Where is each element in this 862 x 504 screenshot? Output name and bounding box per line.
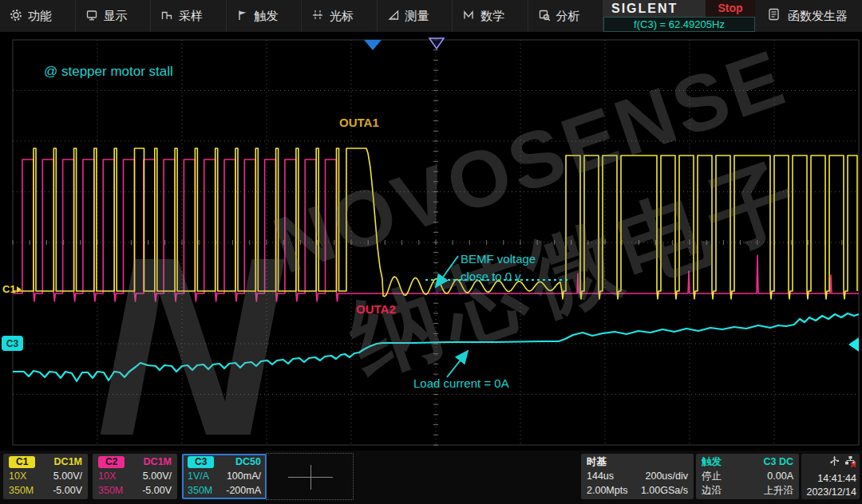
c3-offset: -200mA xyxy=(226,485,261,497)
c1-position-marker[interactable]: C1 xyxy=(2,283,22,295)
generator-icon xyxy=(768,8,780,24)
funcgen-label: 函数发生器 xyxy=(788,9,848,24)
trigger-box[interactable]: 触发C3 DC 停止0.00A 边沿上升沿 xyxy=(696,454,799,499)
c3-scale: 100mA/ xyxy=(227,471,261,482)
c3-badge: C3 xyxy=(188,456,214,468)
logo-panel: SIGLENT Stop f(C3) = 62.49205Hz xyxy=(603,0,755,32)
c2-badge: C2 xyxy=(98,456,125,468)
menu-label: 触发 xyxy=(255,9,279,24)
c2-scale: 5.00V/ xyxy=(143,471,172,482)
timebase-delay: 144us xyxy=(587,471,614,482)
c2-offset: -5.00V xyxy=(142,485,172,497)
menu-label: 显示 xyxy=(104,9,128,24)
menu-item-math[interactable]: 数学 xyxy=(453,0,528,32)
trigger-type: 边沿 xyxy=(702,485,722,497)
c2-bandwidth: 350M xyxy=(98,485,123,497)
menu-label: 采样 xyxy=(179,9,203,24)
menu-label: 光标 xyxy=(330,9,354,24)
menu-item-display[interactable]: 显示 xyxy=(76,0,152,32)
menu-item-acquire[interactable]: 采样 xyxy=(151,0,227,32)
c3-coupling: DC50 xyxy=(235,456,261,468)
c1-offset: -5.00V xyxy=(53,485,82,497)
c1-probe: 10X xyxy=(9,471,26,482)
screen-thumbnail xyxy=(266,453,354,500)
channel-box-c1[interactable]: C1DC1M 10X5.00V/ 350M-5.00V xyxy=(3,454,88,499)
delay-position-marker xyxy=(429,38,444,49)
scope-canvas: NNOVOSENSE纳芯微电子 xyxy=(0,32,862,451)
timebase-label: 时基 xyxy=(587,456,607,468)
cursor-icon xyxy=(311,9,324,24)
function-generator-button[interactable]: 函数发生器 xyxy=(755,0,862,32)
menu-label: 测量 xyxy=(405,9,429,24)
usb-icon xyxy=(829,455,840,470)
trigger-level: 0.00A xyxy=(767,471,793,482)
menu-item-measure[interactable]: 测量 xyxy=(378,0,453,32)
status-bar: C1DC1M 10X5.00V/ 350M-5.00V C2DC1M 10X5.… xyxy=(0,451,862,504)
svg-text:N: N xyxy=(96,203,287,451)
c1-badge: C1 xyxy=(9,456,35,468)
c2-probe: 10X xyxy=(98,471,116,482)
channel-box-c3[interactable]: C3DC50 1V/A100mA/ 350M-200mA xyxy=(182,454,267,499)
c1-coupling: DC1M xyxy=(54,456,82,468)
timebase-points: 2.00Mpts xyxy=(587,485,627,497)
menu-item-trigger[interactable]: 触发 xyxy=(227,0,302,32)
trigger-slope: 上升沿 xyxy=(764,485,794,497)
timebase-box[interactable]: 时基 144us200us/div 2.00Mpts1.00GSa/s xyxy=(581,454,694,499)
c3-position-marker[interactable]: C3 xyxy=(2,336,23,351)
trigger-level-marker xyxy=(848,337,859,352)
trigger-label: 触发 xyxy=(702,456,722,468)
c1-scale: 5.00V/ xyxy=(53,471,82,482)
c3-bandwidth: 350M xyxy=(188,485,212,497)
menu-label: 分析 xyxy=(556,9,580,24)
trigger-position-marker xyxy=(364,40,382,50)
c2-coupling: DC1M xyxy=(144,456,172,468)
timebase-scale: 200us/div xyxy=(645,471,688,482)
menu-item-function[interactable]: 功能 xyxy=(0,0,76,32)
trigger-mode: 停止 xyxy=(702,471,722,482)
frequency-counter: f(C3) = 62.49205Hz xyxy=(603,17,755,32)
trigger-source: C3 DC xyxy=(763,456,793,468)
c1-bandwidth: 350M xyxy=(9,485,34,497)
menu-label: 功能 xyxy=(28,9,52,24)
watermark: NNOVOSENSE纳芯微电子 xyxy=(96,32,815,451)
gear-icon xyxy=(10,9,22,24)
clock-time: 14:41:44 xyxy=(805,473,856,484)
measure-icon xyxy=(387,9,400,24)
acquisition-status[interactable]: Stop xyxy=(706,0,755,17)
clock-box: 14:41:44 2023/12/14 xyxy=(801,454,860,499)
menu-item-analyze[interactable]: 分析 xyxy=(528,0,604,32)
waveform-display: NNOVOSENSE纳芯微电子 @ stepper motor stall OU… xyxy=(0,32,862,451)
math-icon xyxy=(462,9,475,24)
display-icon xyxy=(85,9,98,24)
menu-label: 数学 xyxy=(480,9,504,24)
channel-box-c2[interactable]: C2DC1M 10X5.00V/ 350M-5.00V xyxy=(93,454,177,499)
lan-disconnected-icon xyxy=(844,455,856,470)
trigger-flag-icon xyxy=(236,9,249,24)
clock-date: 2023/12/14 xyxy=(805,486,856,498)
menu-item-cursor[interactable]: 光标 xyxy=(302,0,378,32)
analyze-icon xyxy=(538,9,551,24)
siglent-logo: SIGLENT xyxy=(603,0,706,17)
top-menu-bar: 功能 显示 采样 触发 光标 测量 数学 分析 SIGLENT Stop f(C… xyxy=(0,0,862,32)
timebase-rate: 1.00GSa/s xyxy=(641,485,688,497)
acquire-icon xyxy=(160,9,173,24)
c3-probe: 1V/A xyxy=(188,471,209,482)
